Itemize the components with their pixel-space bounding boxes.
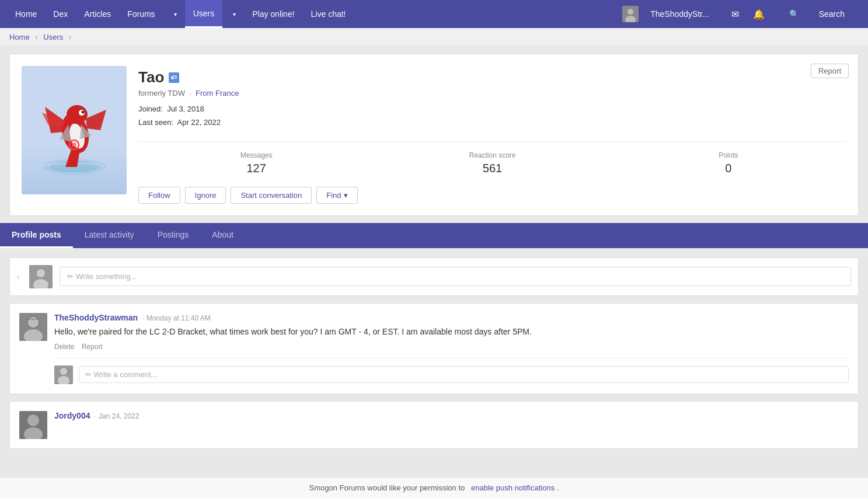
reaction-label: Reaction score	[374, 151, 610, 159]
follow-button[interactable]: Follow	[138, 187, 180, 204]
post-header-2: Jordy004 · Jan 24, 2022	[19, 411, 849, 439]
post-time: · Monday at 11:40 AM	[142, 314, 211, 322]
post-actions: Delete Report	[54, 343, 849, 351]
joined-label: Joined:	[138, 105, 163, 113]
post-content-2: Jordy004 · Jan 24, 2022	[54, 411, 849, 420]
nav-dex[interactable]: Dex	[45, 0, 76, 28]
post-avatar-2[interactable]	[19, 411, 47, 439]
last-seen-row: Last seen: Apr 22, 2022	[138, 116, 846, 129]
write-avatar-image	[29, 265, 53, 288]
svg-point-9	[67, 105, 88, 124]
post-time-2: · Jan 24, 2022	[95, 412, 139, 420]
points-label: Points	[611, 151, 846, 159]
svg-point-11	[82, 111, 85, 114]
last-seen-label: Last seen:	[138, 118, 173, 127]
post-author-link[interactable]: TheShoddyStrawman	[54, 313, 138, 322]
ignore-button[interactable]: Ignore	[185, 187, 226, 204]
nav-articles[interactable]: Articles	[76, 0, 119, 28]
search-button[interactable]: 🔍 Search	[773, 0, 861, 28]
profile-info: Tao 🏷 formerly TDW · From France Joined:…	[138, 66, 846, 204]
breadcrumb-home[interactable]: Home	[9, 33, 30, 41]
breadcrumb-sep-2: ›	[69, 33, 71, 41]
find-dropdown-arrow: ▾	[344, 191, 348, 200]
profile-tabs: Profile posts Latest activity Postings A…	[0, 223, 868, 248]
tab-postings[interactable]: Postings	[146, 223, 201, 248]
nav-home[interactable]: Home	[7, 0, 45, 28]
delete-link[interactable]: Delete	[54, 343, 75, 351]
profile-actions: Follow Ignore Start conversation Find ▾	[138, 187, 846, 204]
svg-marker-14	[86, 110, 106, 130]
comment-avatar	[54, 365, 73, 384]
post-text: Hello, we're paired for the LC 2-D Brack…	[54, 326, 849, 338]
nav-live-chat[interactable]: Live chat!	[303, 0, 354, 28]
post-content: TheShoddyStrawman · Monday at 11:40 AM H…	[54, 313, 849, 384]
tab-postings-label: Postings	[158, 230, 189, 239]
write-arrow-icon[interactable]: ‹	[17, 271, 20, 282]
post-item: TheShoddyStrawman · Monday at 11:40 AM H…	[9, 303, 859, 394]
start-conversation-button[interactable]: Start conversation	[231, 187, 312, 204]
breadcrumb-sep-1: ›	[35, 33, 37, 41]
profile-meta: Joined: Jul 3, 2018 Last seen: Apr 22, 2…	[138, 102, 846, 130]
tab-about[interactable]: About	[200, 223, 245, 248]
breadcrumb: Home › Users ›	[0, 28, 868, 47]
report-link[interactable]: Report	[82, 343, 103, 351]
write-avatar	[29, 265, 53, 288]
messages-value: 127	[138, 162, 374, 175]
post-avatar-image	[19, 313, 47, 341]
nav-forums[interactable]: Forums	[119, 0, 163, 28]
svg-point-21	[37, 269, 45, 277]
joined-row: Joined: Jul 3, 2018	[138, 102, 846, 116]
nav-user-info[interactable]: TheShoddyStr...	[616, 0, 723, 28]
reaction-value: 561	[374, 162, 610, 175]
last-seen-date: Apr 22, 2022	[177, 118, 221, 127]
users-dropdown-arrow[interactable]: ▾	[225, 0, 244, 28]
search-label: Search	[811, 0, 853, 28]
stat-points: Points 0	[611, 151, 846, 175]
from-text[interactable]: From France	[196, 89, 239, 97]
stat-reaction: Reaction score 561	[374, 151, 610, 175]
post-header: TheShoddyStrawman · Monday at 11:40 AM H…	[19, 313, 849, 384]
nav-play-online[interactable]: Play online!	[244, 0, 302, 28]
profile-username-text: Tao	[138, 68, 164, 86]
user-badge-icon: 🏷	[169, 72, 179, 83]
profile-avatar-pokemon	[33, 81, 115, 180]
profile-formerly: formerly TDW · From France	[138, 89, 846, 97]
stat-messages: Messages 127	[138, 151, 374, 175]
tab-profile-posts[interactable]: Profile posts	[0, 223, 73, 248]
profile-avatar-wrapper	[22, 66, 127, 194]
profile-username-row: Tao 🏷	[138, 68, 846, 86]
tab-latest-activity[interactable]: Latest activity	[73, 223, 146, 248]
avatar-image	[622, 6, 639, 22]
nav-username: TheShoddyStr...	[642, 0, 717, 28]
post-meta-row: TheShoddyStrawman · Monday at 11:40 AM	[54, 313, 849, 322]
notifications-icon[interactable]: 🔔	[747, 0, 771, 28]
nav-user-avatar	[622, 6, 639, 22]
report-button[interactable]: Report	[811, 64, 849, 78]
write-something-box: ‹ ✏ Write something...	[9, 257, 859, 296]
svg-point-1	[628, 9, 633, 15]
svg-point-28	[60, 368, 67, 375]
write-something-input[interactable]: ✏ Write something...	[60, 267, 851, 286]
profile-stats: Messages 127 Reaction score 561 Points 0	[138, 141, 846, 175]
post-author-link-2[interactable]: Jordy004	[54, 411, 90, 420]
breadcrumb-users[interactable]: Users	[43, 33, 63, 41]
comment-input[interactable]: ✏ Write a comment...	[79, 366, 849, 383]
points-value: 0	[611, 162, 846, 175]
messages-icon[interactable]: ✉	[726, 0, 745, 28]
formerly-text: formerly TDW	[138, 89, 185, 97]
tab-latest-activity-label: Latest activity	[85, 230, 134, 239]
joined-date: Jul 3, 2018	[167, 105, 204, 113]
post-avatar-image-2	[19, 411, 47, 439]
messages-label: Messages	[138, 151, 374, 159]
nav-users[interactable]: Users	[185, 0, 223, 28]
forums-dropdown-arrow[interactable]: ▾	[166, 0, 185, 28]
search-icon: 🔍	[781, 0, 807, 28]
svg-point-19	[72, 142, 76, 147]
profile-card: Report	[9, 54, 859, 216]
tab-about-label: About	[212, 230, 233, 239]
comment-avatar-image	[54, 365, 73, 384]
nav-right: TheShoddyStr... ✉ 🔔 🔍 Search	[616, 0, 861, 28]
post-avatar[interactable]	[19, 313, 47, 341]
post-time-value-2: Jan 24, 2022	[99, 412, 139, 420]
find-button[interactable]: Find ▾	[316, 187, 357, 204]
